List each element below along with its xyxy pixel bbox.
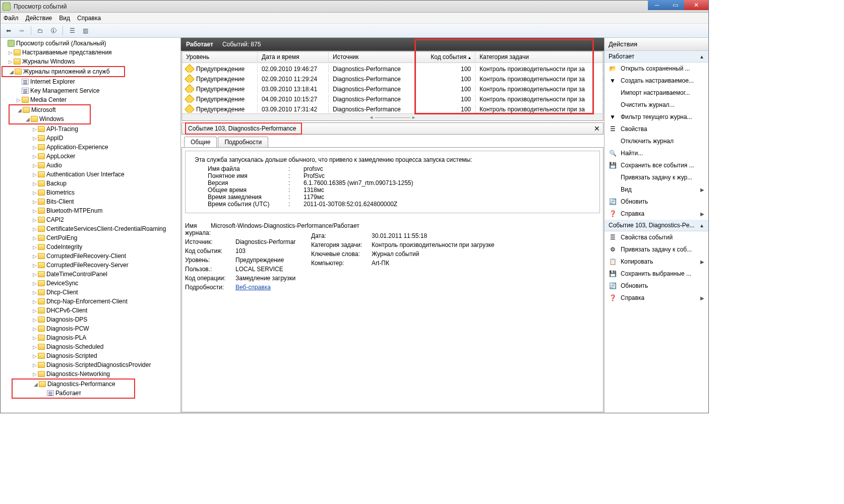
tree-kms[interactable]: Key Management Service bbox=[1, 86, 180, 95]
tree-item-dhcp-nap-enforcement-client[interactable]: ▷Dhcp-Nap-Enforcement-Client bbox=[1, 297, 180, 306]
submenu-arrow-icon: ▶ bbox=[700, 259, 704, 265]
col-level[interactable]: Уровень bbox=[182, 52, 258, 62]
tree-operational[interactable]: Работает bbox=[13, 389, 134, 398]
action-item[interactable]: ▼Создать настраиваемое... bbox=[605, 75, 708, 87]
detail-close-button[interactable]: ✕ bbox=[594, 124, 600, 133]
action-item[interactable]: ❓Справка▶ bbox=[605, 208, 708, 220]
tab-details[interactable]: Подробности bbox=[218, 137, 268, 147]
prop-value: 30.01.2011 11:55:18 bbox=[372, 232, 427, 239]
tree-item-certificateservicesclient-credentialroaming[interactable]: ▷CertificateServicesClient-CredentialRoa… bbox=[1, 224, 180, 233]
close-button[interactable]: ✕ bbox=[684, 0, 708, 10]
minimize-button[interactable]: ─ bbox=[648, 0, 666, 10]
event-grid[interactable]: Уровень Дата и время Источник Код событи… bbox=[182, 51, 604, 121]
action-item[interactable]: ❓Справка▶ bbox=[605, 292, 708, 304]
tree-item-diagnosis-pla[interactable]: ▷Diagnosis-PLA bbox=[1, 333, 180, 342]
col-category[interactable]: Категория задачи bbox=[475, 52, 603, 62]
tree-microsoft[interactable]: ◢Microsoft bbox=[10, 105, 90, 114]
event-row[interactable]: Предупреждение04.09.2010 10:15:27Diagnos… bbox=[182, 93, 603, 103]
menu-help[interactable]: Справка bbox=[77, 15, 101, 22]
toolbar-btn-4[interactable]: ▥ bbox=[80, 26, 90, 36]
tree-item-authentication-user-interface[interactable]: ▷Authentication User Interface bbox=[1, 170, 180, 179]
tree-item-capi2[interactable]: ▷CAPI2 bbox=[1, 215, 180, 224]
sort-indicator-icon: ▴ bbox=[468, 55, 471, 60]
tree-app-logs[interactable]: ◢Журналы приложений и служб bbox=[3, 67, 124, 76]
tree-item-bluetooth-mtpenum[interactable]: ▷Bluetooth-MTPEnum bbox=[1, 206, 180, 215]
menu-view[interactable]: Вид bbox=[59, 15, 70, 22]
col-event-id[interactable]: Код события▴ bbox=[415, 52, 475, 62]
action-label: Открыть сохраненный ... bbox=[621, 65, 690, 72]
tree-item-backup[interactable]: ▷Backup bbox=[1, 179, 180, 188]
action-item[interactable]: 🔄Обновить bbox=[605, 280, 708, 292]
col-source[interactable]: Источник bbox=[329, 52, 415, 62]
maximize-button[interactable]: ▭ bbox=[666, 0, 684, 10]
tree-item-certpoleng[interactable]: ▷CertPolEng bbox=[1, 233, 180, 242]
menu-action[interactable]: Действие bbox=[26, 15, 52, 22]
event-row[interactable]: Предупреждение02.09.2010 11:29:24Diagnos… bbox=[182, 73, 603, 83]
actions-section-1[interactable]: Работает▲ bbox=[605, 51, 708, 62]
tree-custom-views[interactable]: ▷Настраиваемые представления bbox=[1, 48, 180, 57]
tree-root[interactable]: Просмотр событий (Локальный) bbox=[1, 39, 180, 48]
tree-item-api-tracing[interactable]: ▷API-Tracing bbox=[1, 124, 180, 134]
tree-item-datetimecontrolpanel[interactable]: ▷DateTimeControlPanel bbox=[1, 270, 180, 279]
task-icon: ⚙ bbox=[609, 245, 617, 254]
tree-win-logs[interactable]: ▷Журналы Windows bbox=[1, 57, 180, 66]
tree-item-corruptedfilerecovery-server[interactable]: ▷CorruptedFileRecovery-Server bbox=[1, 261, 180, 270]
toolbar-btn-2[interactable]: 🛈 bbox=[48, 26, 58, 36]
action-item[interactable]: Отключить журнал bbox=[605, 135, 708, 147]
tree-item-diagnostics-networking[interactable]: ▷Diagnostics-Networking bbox=[1, 369, 180, 379]
actions-section-2[interactable]: Событие 103, Diagnostics-Pe...▲ bbox=[605, 220, 708, 231]
tree-item-dhcp-client[interactable]: ▷Dhcp-Client bbox=[1, 288, 180, 297]
web-help-link[interactable]: Веб-справка bbox=[235, 284, 271, 291]
tree-pane[interactable]: Просмотр событий (Локальный) ▷Настраивае… bbox=[1, 38, 181, 413]
forward-button[interactable]: ➡ bbox=[17, 26, 27, 36]
action-item[interactable]: ☰Свойства событий bbox=[605, 231, 708, 243]
tree-item-diagnosis-dps[interactable]: ▷Diagnosis-DPS bbox=[1, 315, 180, 324]
tree-item-diagnosis-scripteddiagnosticsprovider[interactable]: ▷Diagnosis-ScriptedDiagnosticsProvider bbox=[1, 360, 180, 369]
action-item[interactable]: 💾Сохранить все события ... bbox=[605, 159, 708, 171]
menu-file[interactable]: Файл bbox=[4, 15, 19, 22]
tab-general[interactable]: Общие bbox=[184, 137, 217, 147]
action-item[interactable]: 📂Открыть сохраненный ... bbox=[605, 62, 708, 75]
tree-item-audio[interactable]: ▷Audio bbox=[1, 161, 180, 170]
action-item[interactable]: ☰Свойства bbox=[605, 123, 708, 135]
tree-item-application-experience[interactable]: ▷Application-Experience bbox=[1, 143, 180, 152]
back-button[interactable]: ⬅ bbox=[4, 26, 14, 36]
tree-item-bits-client[interactable]: ▷Bits-Client bbox=[1, 197, 180, 206]
tree-item-biometrics[interactable]: ▷Biometrics bbox=[1, 188, 180, 197]
tree-item-applocker[interactable]: ▷AppLocker bbox=[1, 152, 180, 161]
tree-item-codeintegrity[interactable]: ▷CodeIntegrity bbox=[1, 242, 180, 251]
action-item[interactable]: Очистить журнал... bbox=[605, 99, 708, 111]
col-date[interactable]: Дата и время bbox=[258, 52, 329, 62]
action-item[interactable]: Вид▶ bbox=[605, 183, 708, 196]
tree-item-diagnosis-scripted[interactable]: ▷Diagnosis-Scripted bbox=[1, 351, 180, 360]
action-item[interactable]: Привязать задачу к жур... bbox=[605, 171, 708, 183]
event-row[interactable]: Предупреждение03.09.2010 13:18:41Diagnos… bbox=[182, 83, 603, 93]
action-item[interactable]: ⚙Привязать задачу к соб... bbox=[605, 243, 708, 256]
event-row[interactable]: Предупреждение03.09.2010 17:31:42Diagnos… bbox=[182, 103, 603, 113]
action-item[interactable]: Импорт настраиваемог... bbox=[605, 87, 708, 99]
tree-item-diagnosis-scheduled[interactable]: ▷Diagnosis-Scheduled bbox=[1, 342, 180, 351]
tree-ie[interactable]: Internet Explorer bbox=[1, 77, 180, 86]
action-item[interactable]: 💾Сохранить выбранные ... bbox=[605, 268, 708, 280]
grid-columns[interactable]: Уровень Дата и время Источник Код событи… bbox=[182, 52, 603, 63]
tree-item-diagnosis-pcw[interactable]: ▷Diagnosis-PCW bbox=[1, 324, 180, 333]
tree-item-appid[interactable]: ▷AppID bbox=[1, 134, 180, 143]
detail-message-box: Эта служба запускалась дольше обычного, … bbox=[185, 151, 600, 213]
tree-item-devicesync[interactable]: ▷DeviceSync bbox=[1, 279, 180, 288]
action-item[interactable]: ▼Фильтр текущего журна... bbox=[605, 111, 708, 123]
tree-diagnostics-performance[interactable]: ◢Diagnostics-Performance bbox=[13, 380, 134, 389]
warning-icon bbox=[185, 64, 195, 73]
event-row[interactable]: Предупреждение02.09.2010 19:46:27Diagnos… bbox=[182, 63, 603, 73]
toolbar-btn-1[interactable]: 🗀 bbox=[35, 26, 45, 36]
horizontal-scrollbar[interactable]: ◄ ─────────── ► bbox=[182, 113, 603, 120]
tree-item-corruptedfilerecovery-client[interactable]: ▷CorruptedFileRecovery-Client bbox=[1, 251, 180, 261]
toolbar-btn-3[interactable]: ☰ bbox=[67, 26, 77, 36]
tree-windows[interactable]: ◢Windows bbox=[10, 114, 90, 123]
action-item[interactable]: 🔍Найти... bbox=[605, 147, 708, 159]
action-label: Создать настраиваемое... bbox=[621, 77, 694, 84]
tree-mc[interactable]: ▷Media Center bbox=[1, 95, 180, 104]
action-item[interactable]: 📋Копировать▶ bbox=[605, 256, 708, 268]
warning-icon bbox=[185, 94, 195, 103]
action-item[interactable]: 🔄Обновить bbox=[605, 196, 708, 208]
tree-item-dhcpv6-client[interactable]: ▷DHCPv6-Client bbox=[1, 306, 180, 315]
